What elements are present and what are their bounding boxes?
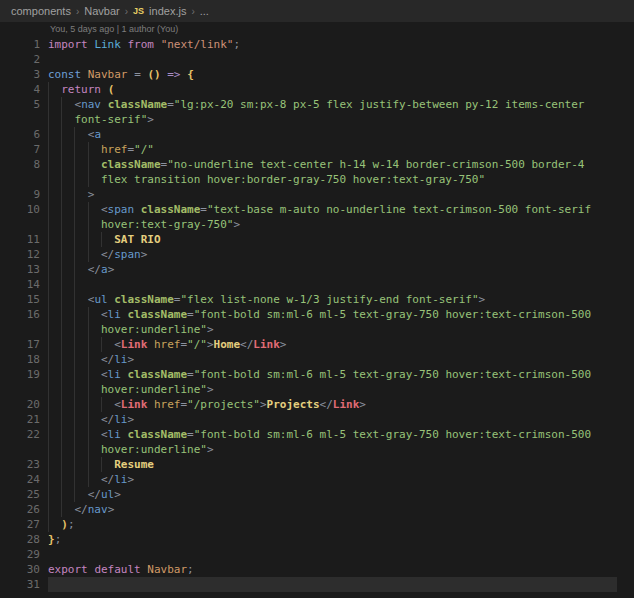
code-row[interactable]: 14 — [0, 277, 634, 292]
code-row[interactable]: 31 — [0, 577, 634, 592]
code-row[interactable]: 15 <ul className="flex list-none w-1/3 j… — [0, 292, 634, 307]
line-number[interactable] — [0, 112, 48, 127]
code-row[interactable]: 18 </li> — [0, 352, 634, 367]
code-row[interactable]: 26 </nav> — [0, 502, 634, 517]
line-number[interactable]: 16 — [0, 307, 48, 322]
code-token: = — [187, 368, 194, 381]
code-row[interactable]: 22 <li className="font-bold sm:ml-6 ml-5… — [0, 427, 634, 442]
code-row[interactable]: 16 <li className="font-bold sm:ml-6 ml-5… — [0, 307, 634, 322]
line-number[interactable]: 21 — [0, 412, 48, 427]
code-row[interactable]: 13 </a> — [0, 262, 634, 277]
line-number[interactable]: 18 — [0, 352, 48, 367]
line-number[interactable]: 15 — [0, 292, 48, 307]
line-number[interactable]: 23 — [0, 457, 48, 472]
code-row[interactable]: 6 <a — [0, 127, 634, 142]
code-row[interactable]: hover:text-gray-750"> — [0, 217, 634, 232]
code-token — [48, 83, 61, 96]
code-row[interactable]: 27 ); — [0, 517, 634, 532]
code-token: Navbar — [88, 68, 128, 81]
line-number[interactable]: 28 — [0, 532, 48, 547]
code-token: > — [233, 218, 240, 231]
line-number[interactable]: 6 — [0, 127, 48, 142]
line-number[interactable]: 20 — [0, 397, 48, 412]
line-number[interactable]: 13 — [0, 262, 48, 277]
line-number[interactable]: 27 — [0, 517, 48, 532]
code-row[interactable]: 9 > — [0, 187, 634, 202]
code-row[interactable]: 11 SAT RIO — [0, 232, 634, 247]
code-token: </ — [101, 413, 114, 426]
code-row[interactable]: 25 </ul> — [0, 487, 634, 502]
code-row[interactable]: 10 <span className="text-base m-auto no-… — [0, 202, 634, 217]
code-token: "no-underline text-center h-14 w-14 bord… — [167, 158, 584, 171]
breadcrumb-item-navbar[interactable]: Navbar — [84, 5, 119, 17]
line-number[interactable]: 25 — [0, 487, 48, 502]
code-row[interactable]: hover:underline"> — [0, 382, 634, 397]
code-row[interactable]: 19 <li className="font-bold sm:ml-6 ml-5… — [0, 367, 634, 382]
code-row[interactable]: font-serif"> — [0, 112, 634, 127]
code-row[interactable]: 24 </li> — [0, 472, 634, 487]
code-row[interactable]: 28}; — [0, 532, 634, 547]
code-row[interactable]: hover:underline"> — [0, 322, 634, 337]
breadcrumb-item-symbol[interactable]: ... — [200, 5, 209, 17]
breadcrumb-item-components[interactable]: components — [11, 5, 71, 17]
line-number[interactable]: 1 — [0, 37, 48, 52]
line-number[interactable] — [0, 172, 48, 187]
line-number[interactable]: 24 — [0, 472, 48, 487]
code-token — [48, 503, 75, 516]
code-token — [154, 38, 161, 51]
line-number[interactable]: 10 — [0, 202, 48, 217]
line-number[interactable]: 17 — [0, 337, 48, 352]
code-line-text: }; — [48, 532, 617, 547]
code-token — [48, 263, 88, 276]
code-token: li — [114, 413, 127, 426]
code-row[interactable]: 7 href="/" — [0, 142, 634, 157]
code-row[interactable]: 3const Navbar = () => { — [0, 67, 634, 82]
line-number[interactable]: 14 — [0, 277, 48, 292]
line-number[interactable]: 4 — [0, 82, 48, 97]
code-row[interactable]: 2 — [0, 52, 634, 67]
code-token: className — [127, 308, 187, 321]
code-row[interactable]: 20 <Link href="/projects">Projects</Link… — [0, 397, 634, 412]
code-row[interactable]: 1import Link from "next/link"; — [0, 37, 634, 52]
code-area[interactable]: 1import Link from "next/link";23const Na… — [0, 37, 634, 592]
code-row[interactable]: 12 </span> — [0, 247, 634, 262]
code-row[interactable]: 5 <nav className="lg:px-20 sm:px-8 px-5 … — [0, 97, 634, 112]
code-line-text: <Link href="/">Home</Link> — [48, 337, 617, 352]
code-row[interactable]: 30export default Navbar; — [0, 562, 634, 577]
line-number[interactable]: 31 — [0, 577, 48, 592]
code-row[interactable]: flex transition hover:border-gray-750 ho… — [0, 172, 634, 187]
line-number[interactable] — [0, 217, 48, 232]
code-token — [48, 353, 101, 366]
code-row[interactable]: 21 </li> — [0, 412, 634, 427]
line-number[interactable]: 30 — [0, 562, 48, 577]
line-number[interactable]: 29 — [0, 547, 48, 562]
code-row[interactable]: 29 — [0, 547, 634, 562]
code-token: href — [154, 338, 181, 351]
code-row[interactable]: 4 return ( — [0, 82, 634, 97]
line-number[interactable]: 5 — [0, 97, 48, 112]
line-number[interactable] — [0, 322, 48, 337]
line-number[interactable]: 26 — [0, 502, 48, 517]
codelens-annotation[interactable]: You, 5 days ago | 1 author (You) — [0, 22, 634, 37]
line-number[interactable]: 2 — [0, 52, 48, 67]
code-row[interactable]: 23 Resume — [0, 457, 634, 472]
line-number[interactable]: 3 — [0, 67, 48, 82]
line-number[interactable]: 11 — [0, 232, 48, 247]
code-token: hover:text-gray-750" — [101, 218, 233, 231]
line-number[interactable]: 19 — [0, 367, 48, 382]
code-token: "next/link" — [161, 38, 234, 51]
line-number[interactable]: 22 — [0, 427, 48, 442]
line-number[interactable]: 8 — [0, 157, 48, 172]
line-number[interactable]: 9 — [0, 187, 48, 202]
code-row[interactable]: hover:underline"> — [0, 442, 634, 457]
code-row[interactable]: 17 <Link href="/">Home</Link> — [0, 337, 634, 352]
code-token: "text-base m-auto no-underline text-crim… — [207, 203, 591, 216]
line-number[interactable]: 12 — [0, 247, 48, 262]
line-number[interactable] — [0, 442, 48, 457]
line-number[interactable] — [0, 382, 48, 397]
code-row[interactable]: 8 className="no-underline text-center h-… — [0, 157, 634, 172]
code-line-text: <nav className="lg:px-20 sm:px-8 px-5 fl… — [48, 97, 617, 112]
code-token — [121, 38, 128, 51]
line-number[interactable]: 7 — [0, 142, 48, 157]
breadcrumb-item-filename[interactable]: index.js — [149, 5, 186, 17]
